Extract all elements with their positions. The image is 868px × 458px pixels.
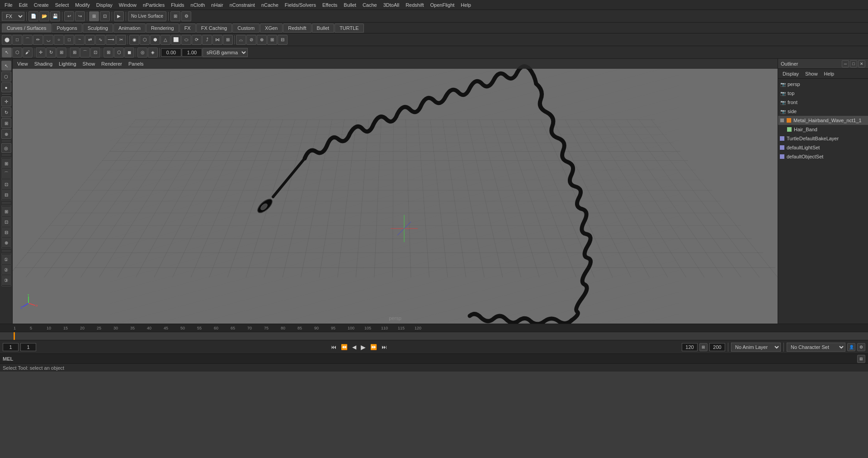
current-frame-input[interactable] xyxy=(3,343,19,351)
flat-shade-btn[interactable]: ◼ xyxy=(124,48,134,57)
menu-item-fluids[interactable]: Fluids xyxy=(168,1,187,9)
select-arrow-btn[interactable]: ↖ xyxy=(1,61,11,71)
rg2[interactable]: ⊡ xyxy=(1,217,11,227)
rg4[interactable]: ⊕ xyxy=(1,238,11,248)
universal-btn[interactable]: ⊕ xyxy=(1,129,11,139)
vp-menu-renderer[interactable]: Renderer xyxy=(99,60,125,67)
extend-curve[interactable]: ⟶ xyxy=(106,35,116,45)
render-quality-btn[interactable]: ⊞ xyxy=(170,11,180,21)
timeline-scrubber[interactable] xyxy=(0,332,868,340)
menu-item-3dtoa[interactable]: 3DtoAll xyxy=(381,1,402,9)
char-set-options-btn[interactable]: ⚙ xyxy=(857,343,865,351)
character-set-dropdown[interactable]: No Character Set xyxy=(787,343,845,352)
snap-curve-btn[interactable]: ⌒ xyxy=(80,48,90,57)
timeline-bar[interactable] xyxy=(14,332,868,340)
menu-item-effects[interactable]: Effects xyxy=(320,1,340,9)
viewport[interactable]: View Shading Lighting Show Renderer Pane… xyxy=(13,59,778,324)
new-scene-btn[interactable]: 📄 xyxy=(28,11,38,21)
surface-attach[interactable]: ⊞ xyxy=(267,35,277,45)
tab-polygons[interactable]: Polygons xyxy=(52,24,82,33)
lasso-btn[interactable]: ⬡ xyxy=(1,72,11,81)
rg3[interactable]: ⊟ xyxy=(1,227,11,237)
anim-layer-dropdown[interactable]: No Anim Layer xyxy=(731,343,781,352)
loop-btn[interactable]: ⊞ xyxy=(699,343,708,351)
tab-animation[interactable]: Animation xyxy=(113,24,146,33)
ig2[interactable]: ② xyxy=(1,265,11,275)
surface-detach[interactable]: ⊟ xyxy=(278,35,288,45)
snap-view-lt[interactable]: ⊟ xyxy=(1,190,11,200)
outliner-menu-help[interactable]: Help xyxy=(821,70,837,77)
nurbs-cone[interactable]: △ xyxy=(160,35,170,45)
vp-menu-lighting[interactable]: Lighting xyxy=(56,60,79,67)
outliner-close-btn[interactable]: ✕ xyxy=(858,60,865,67)
playback-end-input[interactable] xyxy=(682,343,698,351)
gamma-dropdown[interactable]: sRGB gamma xyxy=(203,48,248,57)
menu-item-create[interactable]: Create xyxy=(31,1,52,9)
ig3[interactable]: ③ xyxy=(1,275,11,285)
render-btn[interactable]: ▶ xyxy=(114,11,124,21)
live-surface-btn[interactable]: No Live Surface xyxy=(128,11,166,21)
snap-point-btn[interactable]: ⊡ xyxy=(90,48,100,57)
surface-fillet[interactable]: ⌓ xyxy=(236,35,246,45)
xray-btn[interactable]: ◈ xyxy=(148,48,158,57)
rotate-tool-btn[interactable]: ↻ xyxy=(46,48,56,57)
ig1[interactable]: ① xyxy=(1,254,11,264)
curve-smooth[interactable]: ∿ xyxy=(95,35,105,45)
paint-select-btn[interactable]: 🖌 xyxy=(23,48,33,57)
outliner-item-turtle[interactable]: TurtleDefaultBakeLayer xyxy=(778,134,868,143)
nurbs-cylinder[interactable]: ⬢ xyxy=(150,35,160,45)
circle-tool[interactable]: ○ xyxy=(54,35,64,45)
menu-item-redshift[interactable]: Redshift xyxy=(403,1,426,9)
outliner-maximize-btn[interactable]: □ xyxy=(850,60,857,67)
wireframe-btn[interactable]: ⊞ xyxy=(104,48,113,57)
soft-select-btn[interactable]: ◎ xyxy=(1,143,11,153)
surface-revolve[interactable]: ⟳ xyxy=(192,35,202,45)
snap-grid-btn[interactable]: ⊞ xyxy=(70,48,80,57)
nurbs-cube[interactable]: ⬡ xyxy=(140,35,150,45)
char-set-btn[interactable]: 👤 xyxy=(847,343,855,351)
outliner-item-hairband-child[interactable]: Hair_Band xyxy=(778,125,868,134)
menu-item-modify[interactable]: Modify xyxy=(72,1,92,9)
vp-menu-view[interactable]: View xyxy=(14,60,31,67)
open-scene-btn[interactable]: 📂 xyxy=(39,11,49,21)
vp-menu-shading[interactable]: Shading xyxy=(32,60,55,67)
outliner-item-side[interactable]: 📷 side xyxy=(778,107,868,116)
nurbs-sphere[interactable]: ◉ xyxy=(129,35,139,45)
redo-btn[interactable]: ↪ xyxy=(75,11,85,21)
tab-bullet[interactable]: Bullet xyxy=(312,24,335,33)
menu-item-ncloth[interactable]: nCloth xyxy=(188,1,208,9)
play-back-btn[interactable]: ◀ xyxy=(351,343,358,351)
paint-btn[interactable]: ● xyxy=(1,82,11,92)
snap-grid-lt[interactable]: ⊞ xyxy=(1,158,11,168)
ep-curve-tool[interactable]: □ xyxy=(12,35,22,45)
tab-rendering[interactable]: Rendering xyxy=(146,24,179,33)
menu-item-nconstraint[interactable]: nConstraint xyxy=(227,1,258,9)
play-btn[interactable]: ▶ xyxy=(359,343,367,352)
snap-point-lt[interactable]: ⊡ xyxy=(1,179,11,189)
step-fwd-btn[interactable]: ⏩ xyxy=(369,343,378,351)
value1-input[interactable] xyxy=(161,48,181,57)
menu-item-fields[interactable]: Fields/Solvers xyxy=(282,1,319,9)
scale-btn[interactable]: ⊞ xyxy=(1,118,11,128)
tab-sculpting[interactable]: Sculpting xyxy=(83,24,113,33)
surface-loft[interactable]: ⋈ xyxy=(212,35,222,45)
curve-reverse[interactable]: ⇄ xyxy=(85,35,95,45)
arc-tool[interactable]: ◡ xyxy=(43,35,53,45)
surface-trim[interactable]: ⊘ xyxy=(246,35,256,45)
tab-fx[interactable]: FX xyxy=(179,24,196,33)
snap-btn[interactable]: ⊡ xyxy=(100,11,110,21)
undo-btn[interactable]: ↩ xyxy=(64,11,74,21)
menu-item-file[interactable]: File xyxy=(2,1,15,9)
outliner-item-hairband[interactable]: Metal_Hairband_Wave_nct1_1 xyxy=(778,116,868,125)
tab-redshift[interactable]: Redshift xyxy=(283,24,311,33)
cut-curve[interactable]: ✂ xyxy=(116,35,126,45)
tab-curves-surfaces[interactable]: Curves / Surfaces xyxy=(2,24,51,33)
lasso-tool-btn[interactable]: ⬡ xyxy=(12,48,22,57)
mode-dropdown[interactable]: FX xyxy=(2,12,24,21)
tab-custom[interactable]: Custom xyxy=(232,24,259,33)
rg1[interactable]: ⊞ xyxy=(1,206,11,216)
step-back-btn[interactable]: ⏪ xyxy=(340,343,349,351)
render-settings-btn[interactable]: ⚙ xyxy=(181,11,191,21)
scale-tool-btn[interactable]: ⊞ xyxy=(57,48,66,57)
menu-item-help[interactable]: Help xyxy=(458,1,474,9)
